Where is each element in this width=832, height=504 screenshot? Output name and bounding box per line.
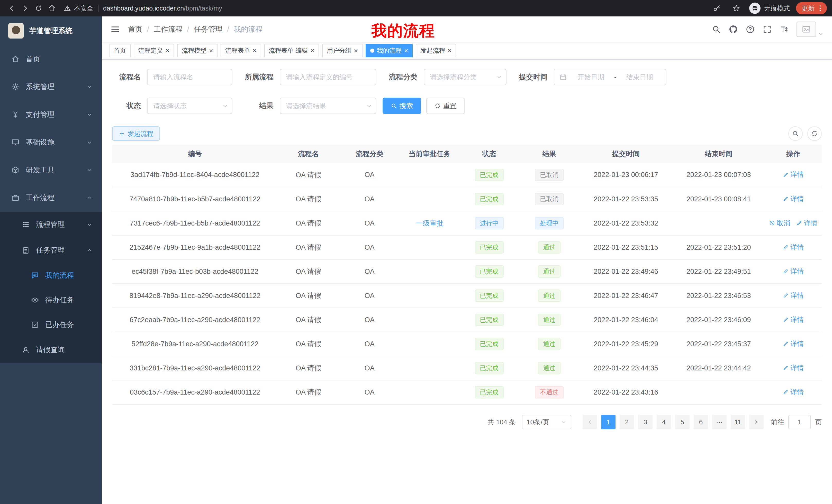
font-size-icon[interactable] (780, 25, 789, 34)
next-page-button[interactable] (749, 415, 763, 429)
cancel-button[interactable]: 取消 (769, 219, 790, 228)
detail-button[interactable]: 详情 (783, 388, 804, 397)
detail-button[interactable]: 详情 (783, 267, 804, 276)
tab-user-group[interactable]: 用户分组× (322, 44, 363, 57)
sidebar-item-process-management[interactable]: 流程管理 (0, 212, 102, 237)
breadcrumb-task-management[interactable]: 任务管理 (194, 24, 223, 34)
sidebar-item-payment-management[interactable]: 支付管理 (0, 101, 102, 129)
app-logo[interactable]: 芋道管理系统 (0, 17, 102, 45)
tab-process-form[interactable]: 流程表单× (220, 44, 261, 57)
detail-button[interactable]: 详情 (796, 219, 817, 228)
goto-page-input[interactable] (788, 415, 811, 429)
show-search-button[interactable] (788, 127, 803, 141)
sidebar-item-done-tasks[interactable]: 已办任务 (0, 312, 102, 337)
bookmark-star-icon[interactable] (730, 2, 743, 15)
sidebar-item-dev-tools[interactable]: 研发工具 (0, 156, 102, 184)
search-icon[interactable] (712, 25, 721, 34)
tab-home[interactable]: 首页 (109, 44, 131, 57)
table-row: 7470a810-7b9b-11ec-b5b7-acde48001122 OA … (112, 187, 822, 211)
page-button-5[interactable]: 5 (675, 415, 690, 429)
page-button-11[interactable]: 11 (731, 415, 745, 429)
browser-back-button[interactable] (5, 2, 19, 15)
result-badge: 通过 (538, 314, 561, 326)
search-button[interactable]: 搜索 (383, 97, 421, 114)
close-icon[interactable]: × (448, 47, 451, 54)
initiate-process-button[interactable]: 发起流程 (112, 127, 160, 141)
more-pages-button[interactable]: ··· (712, 415, 727, 429)
close-icon[interactable]: × (404, 47, 408, 54)
incognito-profile[interactable]: 无痕模式 (749, 3, 790, 14)
process-definition-input[interactable] (280, 69, 376, 85)
close-icon[interactable]: × (311, 47, 314, 54)
browser-reload-button[interactable] (32, 2, 45, 15)
sidebar-item-home[interactable]: 首页 (0, 45, 102, 73)
breadcrumb-home[interactable]: 首页 (128, 24, 142, 34)
sidebar-item-todo-tasks[interactable]: 待办任务 (0, 288, 102, 312)
cell-submit-time: 2022-01-22 23:53:32 (579, 211, 673, 235)
close-icon[interactable]: × (253, 47, 256, 54)
cell-result: 处理中 (519, 211, 579, 235)
cell-operations: 详情 (765, 163, 822, 187)
sidebar-item-task-management[interactable]: 任务管理 (0, 237, 102, 263)
kebab-menu-icon[interactable] (816, 4, 824, 12)
result-select[interactable] (280, 97, 376, 114)
address-divider (98, 5, 99, 12)
tab-process-form-edit[interactable]: 流程表单-编辑× (264, 44, 319, 57)
close-icon[interactable]: × (209, 47, 213, 54)
cell-submit-time: 2022-01-22 23:46:47 (579, 284, 673, 308)
annotation-my-process: 我的流程 (371, 21, 435, 41)
current-task-link[interactable]: 一级审批 (416, 219, 443, 227)
browser-forward-button[interactable] (19, 2, 32, 15)
address-bar[interactable]: 不安全 dashboard.yudao.iocoder.cn/bpm/task/… (64, 4, 705, 12)
close-icon[interactable]: × (354, 47, 358, 54)
tab-process-definition[interactable]: 流程定义× (134, 44, 174, 57)
sidebar-toggle-button[interactable] (110, 24, 120, 34)
browser-update-button[interactable]: 更新 (796, 2, 827, 15)
close-icon[interactable]: × (165, 47, 170, 54)
page-button-2[interactable]: 2 (620, 415, 634, 429)
sidebar-item-leave-query[interactable]: 请假查询 (0, 337, 102, 363)
reset-button[interactable]: 重置 (426, 97, 465, 114)
github-icon[interactable] (729, 25, 738, 34)
sidebar-item-system-management[interactable]: 系统管理 (0, 73, 102, 101)
tab-initiate-process[interactable]: 发起流程× (416, 44, 456, 57)
password-key-icon[interactable] (710, 2, 724, 15)
cell-id: 2152467e-7b9b-11ec-9a1b-acde48001122 (112, 235, 278, 259)
detail-button[interactable]: 详情 (783, 315, 804, 324)
fullscreen-icon[interactable] (762, 25, 772, 34)
refresh-table-button[interactable] (807, 127, 822, 141)
filter-row-1: 流程名 所属流程 流程分类 提交时间 (112, 69, 822, 85)
help-icon[interactable] (746, 25, 755, 34)
tab-my-process[interactable]: 我的流程× (366, 44, 413, 57)
submit-time-range-picker[interactable]: 开始日期 - 结束日期 (554, 69, 667, 85)
process-name-input[interactable] (147, 69, 232, 85)
result-badge: 已取消 (535, 169, 564, 181)
detail-button[interactable]: 详情 (783, 170, 804, 179)
sidebar-item-infrastructure[interactable]: 基础设施 (0, 129, 102, 156)
security-indicator[interactable]: 不安全 (64, 4, 93, 12)
user-avatar[interactable] (797, 22, 824, 37)
detail-button[interactable]: 详情 (783, 363, 804, 372)
list-icon (22, 220, 30, 229)
detail-button[interactable]: 详情 (783, 339, 804, 348)
detail-button[interactable]: 详情 (783, 291, 804, 300)
browser-home-button[interactable] (45, 2, 59, 15)
table-row: 331bc281-7b9a-11ec-a290-acde48001122 OA … (112, 356, 822, 380)
page-button-3[interactable]: 3 (638, 415, 653, 429)
url-text[interactable]: dashboard.yudao.iocoder.cn/bpm/task/my (103, 5, 222, 12)
sidebar-item-my-process[interactable]: 我的流程 (0, 263, 102, 288)
status-select[interactable] (147, 97, 232, 114)
page-button-6[interactable]: 6 (694, 415, 708, 429)
page-size-select[interactable]: 10条/页 (522, 415, 571, 429)
page-button-1[interactable]: 1 (601, 415, 616, 429)
page-button-4[interactable]: 4 (657, 415, 671, 429)
process-category-select[interactable] (424, 69, 506, 85)
cell-category: OA (339, 284, 400, 308)
detail-button[interactable]: 详情 (783, 243, 804, 252)
sidebar-item-workflow[interactable]: 工作流程 (0, 184, 102, 212)
cell-end-time: 2022-01-22 23:44:42 (673, 356, 765, 380)
detail-button[interactable]: 详情 (783, 194, 804, 203)
tab-process-model[interactable]: 流程模型× (177, 44, 217, 57)
breadcrumb-workflow[interactable]: 工作流程 (154, 24, 183, 34)
prev-page-button[interactable] (582, 415, 597, 429)
